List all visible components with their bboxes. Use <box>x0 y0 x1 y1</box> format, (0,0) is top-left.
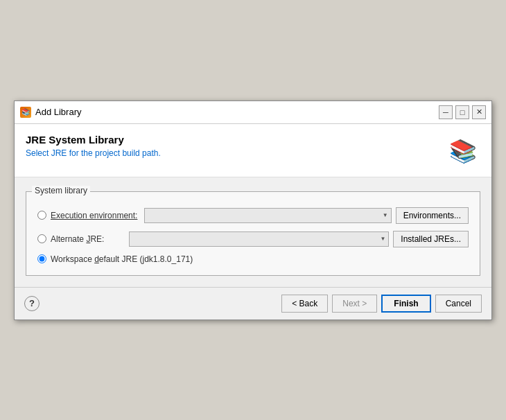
cancel-button[interactable]: Cancel <box>435 295 482 313</box>
window-title: Add Library <box>35 107 435 117</box>
group-label: System library <box>32 186 90 195</box>
dialog-footer: ? < Back Next > Finish Cancel <box>15 287 491 320</box>
environments-button[interactable]: Environments... <box>396 207 469 224</box>
header-text-area: JRE System Library Select JRE for the pr… <box>26 134 437 158</box>
alternate-jre-label: Alternate JRE: <box>51 234 104 244</box>
dialog-header: JRE System Library Select JRE for the pr… <box>15 124 491 177</box>
close-button[interactable]: ✕ <box>472 105 486 119</box>
system-library-group: System library Execution environment: En… <box>26 191 480 276</box>
workspace-jre-label: Workspace default JRE (jdk1.8.0_171) <box>51 254 193 264</box>
alternate-jre-row: Alternate JRE: Installed JREs... <box>37 231 469 247</box>
next-button: Next > <box>332 295 377 313</box>
alternate-jre-radio[interactable] <box>37 234 46 243</box>
add-library-dialog: 📚 Add Library ─ □ ✕ JRE System Library S… <box>14 100 492 320</box>
back-button[interactable]: < Back <box>281 295 328 313</box>
header-icon: 📚 <box>446 134 480 168</box>
finish-button[interactable]: Finish <box>381 295 430 313</box>
dialog-body: System library Execution environment: En… <box>15 177 491 287</box>
alternate-jre-dropdown[interactable] <box>129 231 389 247</box>
dialog-icon-small: 📚 <box>20 107 31 118</box>
workspace-jre-row: Workspace default JRE (jdk1.8.0_171) <box>37 254 469 264</box>
window-controls: ─ □ ✕ <box>439 105 486 119</box>
books-icon: 📚 <box>449 140 477 162</box>
execution-environment-label: Execution environment: <box>51 211 137 220</box>
title-bar: 📚 Add Library ─ □ ✕ <box>15 101 491 124</box>
dialog-title: JRE System Library <box>26 134 437 146</box>
execution-environment-dropdown[interactable] <box>144 208 391 223</box>
workspace-jre-radio[interactable] <box>37 254 46 263</box>
execution-environment-radio[interactable] <box>37 211 46 220</box>
execution-environment-row: Execution environment: Environments... <box>37 207 469 224</box>
help-button[interactable]: ? <box>24 296 40 311</box>
footer-left: ? <box>24 296 40 311</box>
minimize-button[interactable]: ─ <box>439 105 453 119</box>
dialog-subtitle: Select JRE for the project build path. <box>26 148 437 158</box>
footer-buttons: < Back Next > Finish Cancel <box>281 295 482 313</box>
installed-jres-button[interactable]: Installed JREs... <box>393 231 469 247</box>
maximize-button[interactable]: □ <box>455 105 469 119</box>
